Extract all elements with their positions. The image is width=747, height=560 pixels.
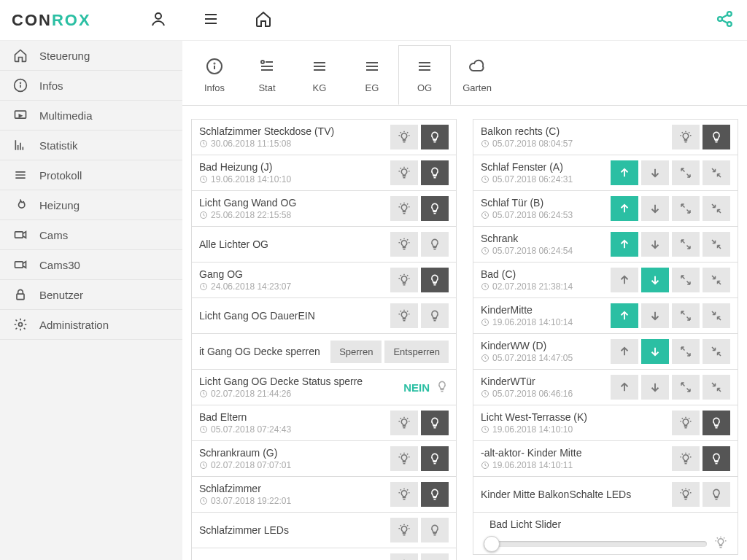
sidebar-item-heizung[interactable]: Heizung [0, 190, 182, 220]
shutter-open-full-button[interactable] [672, 303, 700, 328]
light-on-button[interactable] [421, 160, 449, 185]
shutter-up-button[interactable] [611, 160, 638, 185]
sidebar-item-multimedia[interactable]: Multimedia [0, 101, 182, 131]
shutter-close-full-button[interactable] [703, 196, 730, 221]
light-on-button[interactable] [421, 482, 449, 507]
shutter-open-full-button[interactable] [672, 160, 700, 185]
light-on-button[interactable] [421, 268, 449, 292]
light-on-button[interactable] [703, 411, 730, 435]
tab-garten[interactable]: Garten [451, 45, 503, 105]
card-title: Alle Lichter OG [199, 238, 390, 250]
light-on-button[interactable] [421, 518, 449, 542]
light-on-button[interactable] [421, 125, 449, 149]
light-on-button[interactable] [421, 303, 449, 328]
sidebar-item-infos[interactable]: Infos [0, 71, 182, 101]
sidebar-item-administration[interactable]: Administration [0, 310, 182, 340]
light-off-button[interactable] [672, 482, 700, 507]
card-title: KinderWTür [481, 376, 611, 387]
shutter-down-button[interactable] [641, 232, 669, 257]
bulb-on-icon [679, 416, 692, 429]
light-on-button[interactable] [421, 446, 449, 471]
shutter-open-full-button[interactable] [672, 268, 700, 292]
light-on-button[interactable] [421, 553, 449, 561]
light-off-button[interactable] [672, 446, 700, 471]
floor-tabs: InfosStatKGEGOGGarten [182, 41, 747, 106]
shutter-down-button[interactable] [641, 375, 669, 400]
light-off-button[interactable] [390, 160, 418, 185]
card-title: Bad Licht Slider [484, 518, 727, 530]
share-icon[interactable] [715, 20, 735, 31]
shutter-open-full-button[interactable] [672, 339, 700, 364]
sidebar-item-cams30[interactable]: Cams30 [0, 250, 182, 280]
light-off-button[interactable] [390, 482, 418, 507]
light-off-button[interactable] [390, 268, 418, 292]
user-icon[interactable] [150, 10, 167, 30]
shutter-open-full-button[interactable] [672, 196, 700, 221]
card-title: Schrank [481, 233, 611, 244]
shutter-up-button[interactable] [611, 268, 638, 292]
shutter-close-full-button[interactable] [703, 303, 730, 328]
slider-thumb[interactable] [484, 536, 500, 552]
clock-icon [481, 425, 489, 434]
shutter-down-button[interactable] [641, 160, 669, 185]
light-on-button[interactable] [421, 411, 449, 435]
shutter-down-button[interactable] [641, 268, 669, 292]
shutter-down-button[interactable] [641, 196, 669, 221]
device-card: Kinder Mitte BalkonSchalte LEDs [473, 476, 738, 512]
card-title: Schlafzimmer [199, 483, 390, 494]
sidebar-item-statistik[interactable]: Statistik [0, 131, 182, 160]
bulb-icon [428, 524, 441, 537]
home-icon[interactable] [255, 10, 272, 30]
sidebar-item-protokoll[interactable]: Protokoll [0, 160, 182, 190]
light-off-button[interactable] [390, 553, 418, 561]
shutter-close-full-button[interactable] [703, 339, 730, 364]
sidebar-item-steuerung[interactable]: Steuerung [0, 41, 182, 71]
light-off-button[interactable] [672, 125, 700, 149]
light-on-button[interactable] [703, 482, 730, 507]
light-on-button[interactable] [703, 125, 730, 149]
light-off-button[interactable] [390, 411, 418, 435]
expand-icon [679, 381, 692, 394]
light-off-button[interactable] [390, 232, 418, 257]
tab-og[interactable]: OG [398, 45, 451, 105]
expand-icon [679, 238, 692, 251]
light-off-button[interactable] [390, 303, 418, 328]
timestamp: 05.07.2018 07:24:43 [199, 424, 390, 435]
shutter-up-button[interactable] [611, 375, 638, 400]
light-on-button[interactable] [703, 446, 730, 471]
light-off-button[interactable] [390, 446, 418, 471]
shutter-close-full-button[interactable] [703, 160, 730, 185]
shutter-open-full-button[interactable] [672, 375, 700, 400]
light-on-button[interactable] [421, 232, 449, 257]
clock-icon [481, 175, 489, 184]
tab-infos[interactable]: Infos [188, 45, 241, 105]
tab-kg[interactable]: KG [293, 45, 346, 105]
light-off-button[interactable] [672, 411, 700, 435]
light-on-button[interactable] [421, 196, 449, 221]
shutter-up-button[interactable] [611, 303, 638, 328]
shutter-close-full-button[interactable] [703, 268, 730, 292]
shutter-close-full-button[interactable] [703, 375, 730, 400]
shutter-down-button[interactable] [641, 339, 669, 364]
light-off-button[interactable] [390, 125, 418, 149]
shutter-close-full-button[interactable] [703, 232, 730, 257]
shutter-open-full-button[interactable] [672, 232, 700, 257]
shutter-down-button[interactable] [641, 303, 669, 328]
tab-stat[interactable]: Stat [241, 45, 293, 105]
slider-track[interactable] [484, 541, 707, 547]
light-off-button[interactable] [390, 196, 418, 221]
shutter-up-button[interactable] [611, 232, 638, 257]
unlock-button[interactable]: Entsperren [384, 341, 449, 363]
arrow-down-icon [649, 238, 662, 251]
light-off-button[interactable] [390, 518, 418, 542]
shutter-up-button[interactable] [611, 196, 638, 221]
sidebar-item-benutzer[interactable]: Benutzer [0, 280, 182, 310]
tab-eg[interactable]: EG [346, 45, 398, 105]
menu-icon[interactable] [202, 10, 220, 30]
shutter-up-button[interactable] [611, 339, 638, 364]
device-card: Schrankraum (G) 02.07.2018 07:07:01 [191, 440, 457, 476]
lock-button[interactable]: Sperren [330, 341, 382, 363]
arrow-down-icon [649, 345, 662, 358]
sidebar-item-cams[interactable]: Cams [0, 220, 182, 250]
column-left: Schlafzimmer Steckdose (TV) 30.06.2018 1… [191, 119, 457, 551]
